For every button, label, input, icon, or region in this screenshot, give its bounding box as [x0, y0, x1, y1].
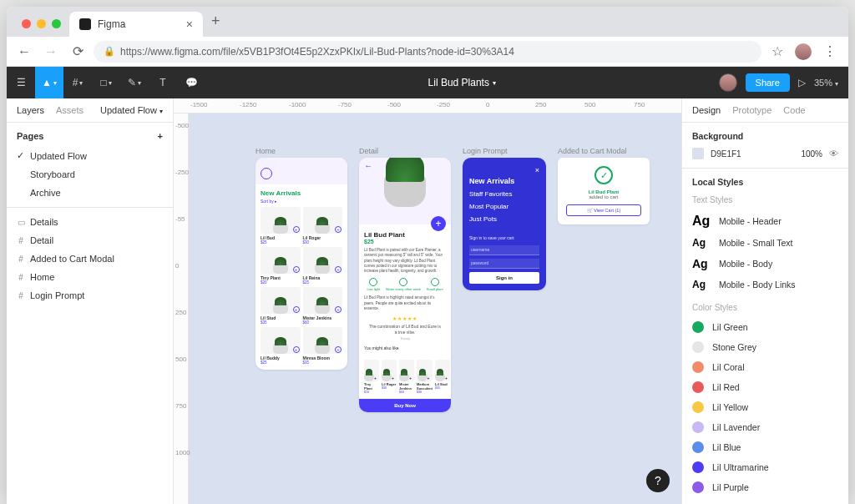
- user-avatar[interactable]: [719, 73, 737, 92]
- layers-panel: Layers Assets Updated Flow ▾ Pages + ✓Up…: [7, 98, 174, 504]
- window-close[interactable]: [22, 19, 31, 28]
- prototype-tab[interactable]: Prototype: [732, 105, 772, 115]
- horizontal-ruler: -1500-1250-1000-750-500-2500250500750: [174, 98, 681, 113]
- profile-avatar[interactable]: [795, 43, 812, 60]
- pen-tool[interactable]: ✎▾: [120, 67, 149, 98]
- frame-home[interactable]: Home New Arrivals Sort by ▸ +Lil Bud$25+…: [255, 147, 347, 370]
- pages-header: Pages: [17, 131, 43, 141]
- back-button[interactable]: ←: [13, 44, 35, 59]
- document-title[interactable]: Lil Bud Plants ▾: [205, 77, 719, 88]
- share-button[interactable]: Share: [746, 73, 790, 92]
- page-item[interactable]: Storyboard: [10, 165, 169, 184]
- star-rating: ★★★★★: [364, 315, 446, 321]
- frame-detail[interactable]: Detail ← + Lil Bud Plant $25 Lil Bud Pla…: [359, 147, 451, 412]
- move-tool[interactable]: ▲▾: [35, 67, 63, 98]
- text-style-row[interactable]: AgMobile - Header: [692, 209, 838, 233]
- color-style-row[interactable]: Lil Yellow: [692, 397, 838, 417]
- design-tab[interactable]: Design: [692, 105, 721, 115]
- add-page-button[interactable]: +: [158, 131, 163, 141]
- rect-icon: ▭: [17, 218, 25, 226]
- comment-tool[interactable]: 💬: [177, 67, 205, 98]
- color-style-row[interactable]: Lil Red: [692, 377, 838, 397]
- color-swatch[interactable]: [692, 148, 704, 159]
- main-menu[interactable]: ☰: [7, 67, 35, 98]
- frame-icon: #: [17, 236, 25, 244]
- buy-button: Buy Now: [359, 399, 451, 412]
- new-tab-button[interactable]: +: [203, 13, 229, 37]
- frame-tool[interactable]: #▾: [63, 67, 92, 98]
- color-style-row[interactable]: Lil Ultramarine: [692, 457, 838, 477]
- password-input: password: [469, 259, 539, 269]
- layer-item[interactable]: #Home: [10, 268, 169, 286]
- design-panel: Design Prototype Code Background D9E1F1 …: [681, 98, 848, 504]
- assets-tab[interactable]: Assets: [56, 105, 83, 115]
- text-style-row[interactable]: AgMobile - Small Text: [692, 233, 838, 253]
- frame-cart-modal[interactable]: Added to Cart Modal ✓ Lil Bud Plant adde…: [558, 147, 650, 224]
- favicon: [79, 18, 91, 30]
- browser-tab[interactable]: Figma ×: [69, 12, 203, 37]
- url-text: https://www.figma.com/file/x5VB1P3fOt4E5…: [120, 46, 751, 58]
- address-bar: ← → ⟳ 🔒 https://www.figma.com/file/x5VB1…: [7, 37, 848, 67]
- add-fab: +: [431, 216, 446, 231]
- window-maximize[interactable]: [52, 19, 61, 28]
- page-item[interactable]: ✓Updated Flow: [10, 146, 169, 165]
- plant-image: [384, 175, 426, 207]
- present-icon[interactable]: ▷: [798, 77, 806, 88]
- frame-icon: #: [17, 255, 25, 263]
- background-fill[interactable]: D9E1F1 100% 👁: [692, 148, 838, 159]
- code-tab[interactable]: Code: [783, 105, 805, 115]
- frame-icon: #: [17, 291, 25, 300]
- color-style-row[interactable]: Lil Coral: [692, 357, 838, 377]
- layer-item[interactable]: #Added to Cart Modal: [10, 249, 169, 268]
- window-minimize[interactable]: [37, 19, 46, 28]
- zoom-level[interactable]: 35% ▾: [814, 78, 838, 88]
- browser-tab-bar: Figma × +: [7, 7, 848, 37]
- color-style-row[interactable]: Stone Grey: [692, 337, 838, 357]
- vertical-ruler: -500-250-5502505007501000: [174, 113, 189, 504]
- close-icon: ×: [469, 166, 539, 174]
- layers-tab[interactable]: Layers: [17, 105, 44, 115]
- shape-tool[interactable]: □▾: [92, 67, 120, 98]
- text-style-row[interactable]: AgMobile - Body Links: [692, 275, 838, 295]
- visibility-icon[interactable]: 👁: [829, 149, 838, 159]
- text-tool[interactable]: T: [149, 67, 177, 98]
- back-arrow-icon: ←: [364, 161, 372, 170]
- url-field[interactable]: 🔒 https://www.figma.com/file/x5VB1P3fOt4…: [94, 41, 761, 63]
- color-style-row[interactable]: Lil Purple: [692, 477, 838, 497]
- text-style-row[interactable]: AgMobile - Body: [692, 253, 838, 275]
- frame-login[interactable]: Login Prompt × New ArrivalsStaff Favorit…: [463, 147, 546, 290]
- reload-button[interactable]: ⟳: [67, 43, 89, 59]
- layer-item[interactable]: #Detail: [10, 231, 169, 249]
- help-button[interactable]: ?: [646, 469, 670, 492]
- color-style-row[interactable]: Lil Green: [692, 317, 838, 337]
- close-tab-icon[interactable]: ×: [186, 18, 193, 31]
- check-icon: ✓: [594, 166, 613, 184]
- color-style-row[interactable]: Lil Blue: [692, 437, 838, 457]
- page-item[interactable]: Archive: [10, 184, 169, 202]
- browser-menu-icon[interactable]: ⋮: [823, 43, 837, 59]
- tab-title: Figma: [98, 18, 125, 30]
- search-icon: [261, 168, 272, 179]
- window-controls: [13, 19, 69, 37]
- page-selector[interactable]: Updated Flow ▾: [100, 105, 163, 115]
- figma-toolbar: ☰ ▲▾ #▾ □▾ ✎▾ T 💬 Lil Bud Plants ▾ Share…: [7, 67, 848, 98]
- signin-button: Sign in: [469, 272, 539, 284]
- canvas[interactable]: -1500-1250-1000-750-500-2500250500750 -5…: [174, 98, 681, 504]
- frame-icon: #: [17, 273, 25, 281]
- color-style-row[interactable]: Lil Lavender: [692, 417, 838, 437]
- layer-item[interactable]: #Login Prompt: [10, 286, 169, 305]
- chevron-down-icon: ▾: [493, 79, 496, 87]
- lock-icon: 🔒: [104, 46, 115, 57]
- layer-item[interactable]: ▭Details: [10, 213, 169, 231]
- star-icon[interactable]: ☆: [772, 43, 783, 59]
- view-cart-button: 🛒 View Cart (1): [566, 204, 641, 216]
- username-input: username: [469, 245, 539, 255]
- forward-button[interactable]: →: [40, 44, 62, 59]
